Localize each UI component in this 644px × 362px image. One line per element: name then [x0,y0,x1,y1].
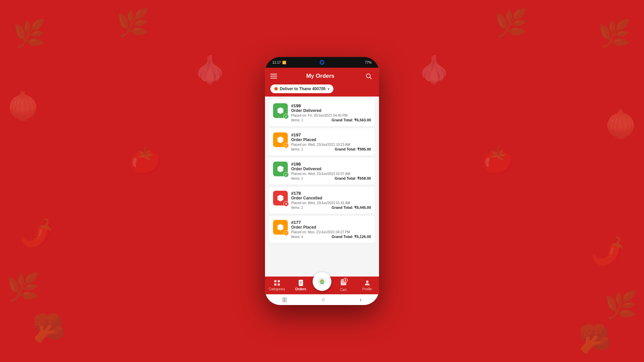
box-icon [276,223,285,232]
order-total: Grand Total: ₹658.00 [335,176,371,181]
order-icon-delivered: ✓ [273,103,288,118]
order-items-count: Items: 1 [291,177,303,180]
order-status: Order Delivered [291,167,371,171]
order-total: Grand Total: ₹995.00 [335,147,371,152]
order-details-197: #197 Order Placed Placed on: Wed, 23/Jun… [291,132,371,152]
search-icon [365,73,372,79]
order-date: Placed on: Fri, 25/Jun/2021 04:40 PM [291,114,371,117]
nav-profile[interactable]: Profile [355,279,379,291]
order-total: Grand Total: ₹5,126.00 [332,235,371,239]
svg-line-1 [370,77,372,79]
app-screen: My Orders Deliver to Thane 400705 ▾ [265,68,379,294]
order-date: Placed on: Wed, 23/Jun/2021 02:07 AM [291,172,371,176]
order-details-196: #196 Order Delivered Placed on: Wed, 23/… [291,162,371,181]
bottom-navigation: Categories Orders [265,277,379,294]
nav-orders[interactable]: Orders [289,279,313,291]
order-total: Grand Total: ₹8,445.00 [332,205,371,210]
order-number: #177 [291,220,371,225]
order-items-count: Items: 1 [291,118,303,122]
orders-icon [297,279,305,287]
orders-list: ✓ #198 Order Delivered Placed on: Fri, 2… [265,97,379,273]
front-camera [320,60,324,65]
chevron-down-icon: ▾ [328,87,329,91]
order-items-count: Items: 1 [291,147,303,151]
order-total: Grand Total: ₹6,563.00 [332,118,371,122]
order-date: Placed on: Mon, 21/Jun/2021 04:27 PM [291,230,371,234]
svg-point-15 [366,281,368,283]
cart-label: Cart [340,288,346,292]
location-pin-icon [274,87,278,90]
phone-frame: 11:17 📶 77% My Orders D [265,57,379,305]
order-items-count: Items: 4 [291,235,303,239]
order-items-count: Items: 2 [291,206,303,209]
order-card-197[interactable]: ✓ #197 Order Placed Placed on: Wed, 23/J… [269,128,375,156]
order-footer: Items: 1 Grand Total: ₹6,563.00 [291,118,371,122]
order-status: Order Placed [291,225,371,230]
delivered-badge2: ✓ [283,172,289,177]
order-icon-delivered2: ✓ [273,162,288,176]
order-icon-placed2: ✓ [273,220,288,235]
box-icon [276,194,285,202]
battery-display: 77% [365,61,372,64]
order-icon-placed: ✓ [273,132,288,147]
svg-rect-4 [274,284,276,286]
order-footer: Items: 2 Grand Total: ₹8,445.00 [291,205,371,210]
order-details-178: #178 Order Cancelled Placed on: Wed, 23/… [291,191,371,210]
signal-icon: 📶 [282,61,286,64]
categories-label: Categories [269,287,285,291]
status-right: 77% [365,61,372,64]
order-number: #196 [291,162,371,167]
order-status: Order Delivered [291,108,371,113]
profile-icon [364,279,371,287]
placed-badge: ✓ [283,143,289,148]
order-status: Order Cancelled [291,196,371,200]
order-date: Placed on: Wed, 23/Jun/2021 10:23 AM [291,143,371,146]
nav-categories[interactable]: Categories [265,279,289,291]
svg-rect-5 [277,284,279,286]
order-card-198[interactable]: ✓ #198 Order Delivered Placed on: Fri, 2… [269,99,375,126]
order-status: Order Placed [291,137,371,142]
placed-badge2: ✓ [283,230,289,236]
order-details-198: #198 Order Delivered Placed on: Fri, 25/… [291,103,371,122]
search-button[interactable] [364,71,374,81]
order-number: #178 [291,191,371,196]
fab-circle [313,272,331,291]
order-footer: Items: 4 Grand Total: ₹5,126.00 [291,235,371,239]
svg-point-13 [321,279,323,281]
orders-label: Orders [295,287,306,291]
location-selector[interactable]: Deliver to Thane 400705 ▾ [270,84,333,93]
home-button[interactable]: ○ [322,297,325,303]
order-details-177: #177 Order Placed Placed on: Mon, 21/Jun… [291,220,371,239]
order-number: #198 [291,103,371,108]
location-label: Deliver to Thane 400705 [280,86,326,91]
page-title: My Orders [306,73,334,79]
order-card-177[interactable]: ✓ #177 Order Placed Placed on: Mon, 21/J… [269,216,375,243]
categories-icon [273,279,281,287]
order-footer: Items: 1 Grand Total: ₹658.00 [291,176,371,181]
back-button[interactable]: ‹ [360,297,362,303]
time-display: 11:17 [272,61,281,64]
app-header: My Orders [265,68,379,84]
order-card-196[interactable]: ✓ #196 Order Delivered Placed on: Wed, 2… [269,158,375,185]
home-fab-icon [316,276,328,287]
profile-label: Profile [362,287,372,291]
delivered-badge: ✓ [283,114,289,119]
deliver-bar: Deliver to Thane 400705 ▾ [265,84,379,97]
svg-rect-2 [274,280,276,282]
box-icon [276,135,285,144]
status-bar: 11:17 📶 77% [265,57,379,68]
cart-badge: 1 [343,278,348,283]
menu-button[interactable] [270,74,277,78]
box-icon [276,165,285,173]
order-number: #197 [291,132,371,137]
nav-cart[interactable]: 1 Cart [331,279,355,292]
order-icon-cancelled: ✕ [273,191,288,205]
recent-apps-button[interactable]: ||| [282,297,286,303]
box-icon [276,106,285,115]
svg-rect-3 [277,280,279,282]
nav-home-fab[interactable] [313,272,331,291]
order-card-178[interactable]: ✕ #178 Order Cancelled Placed on: Wed, 2… [269,187,375,214]
phone-bottom-bar: ||| ○ ‹ [265,294,379,305]
order-date: Placed on: Wed, 23/Jun/2021 01:41 AM [291,201,371,205]
cancelled-badge: ✕ [283,201,289,206]
